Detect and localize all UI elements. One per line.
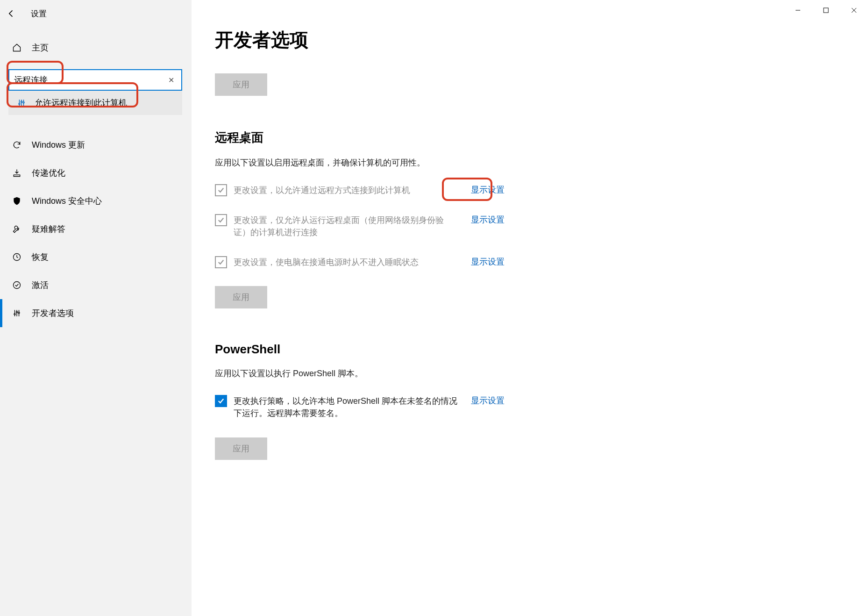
- search-input[interactable]: [8, 69, 182, 91]
- apply-button-powershell[interactable]: 应用: [215, 437, 267, 460]
- back-button[interactable]: [0, 2, 22, 25]
- section-remote-desktop: 远程桌面 应用以下设置以启用远程桌面，并确保计算机的可用性。 更改设置，以允许通…: [215, 129, 845, 308]
- show-settings-link[interactable]: 显示设置: [471, 214, 505, 225]
- section-subtitle: 应用以下设置以启用远程桌面，并确保计算机的可用性。: [215, 157, 845, 168]
- section-subtitle: 应用以下设置以执行 PowerShell 脚本。: [215, 368, 845, 379]
- setting-label: 更改执行策略，以允许本地 PowerShell 脚本在未签名的情况下运行。远程脚…: [234, 395, 459, 419]
- sliders-icon: [17, 99, 26, 107]
- sidebar-item-label: 疑难解答: [32, 223, 65, 235]
- checkbox[interactable]: [215, 395, 227, 407]
- sidebar-item-windows-update[interactable]: Windows 更新: [0, 131, 192, 159]
- setting-row: 更改设置，仅允许从运行远程桌面（使用网络级别身份验证）的计算机进行连接 显示设置: [215, 214, 505, 238]
- sidebar-item-security[interactable]: Windows 安全中心: [0, 187, 192, 215]
- main-content: 开发者选项 应用 远程桌面 应用以下设置以启用远程桌面，并确保计算机的可用性。 …: [192, 0, 868, 616]
- show-settings-link[interactable]: 显示设置: [471, 184, 505, 195]
- checkbox[interactable]: [215, 214, 227, 226]
- setting-row: 更改设置，使电脑在接通电源时从不进入睡眠状态 显示设置: [215, 256, 505, 268]
- section-powershell: PowerShell 应用以下设置以执行 PowerShell 脚本。 更改执行…: [215, 342, 845, 459]
- sidebar-item-label: 激活: [32, 279, 49, 291]
- app-title: 设置: [22, 8, 47, 19]
- setting-row: 更改执行策略，以允许本地 PowerShell 脚本在未签名的情况下运行。远程脚…: [215, 395, 505, 419]
- history-icon: [12, 252, 21, 262]
- sidebar: 设置 主页 ✕ 允许远程连接到此计算机: [0, 0, 192, 616]
- sync-icon: [12, 140, 21, 150]
- checkbox[interactable]: [215, 184, 227, 196]
- show-settings-link[interactable]: 显示设置: [471, 395, 505, 406]
- wrench-icon: [12, 224, 21, 234]
- apply-button-top[interactable]: 应用: [215, 73, 267, 96]
- sidebar-item-activation[interactable]: 激活: [0, 271, 192, 299]
- section-heading: 远程桌面: [215, 129, 845, 146]
- sidebar-item-delivery[interactable]: 传递优化: [0, 159, 192, 187]
- sidebar-item-label: 开发者选项: [32, 308, 74, 319]
- sidebar-home[interactable]: 主页: [0, 36, 192, 60]
- checkbox[interactable]: [215, 256, 227, 268]
- search-suggestion-label: 允许远程连接到此计算机: [35, 97, 127, 108]
- shield-icon: [12, 196, 21, 206]
- svg-point-0: [19, 103, 20, 105]
- window-maximize-button[interactable]: [812, 0, 840, 21]
- show-settings-link[interactable]: 显示设置: [471, 256, 505, 267]
- sidebar-item-label: Windows 安全中心: [32, 195, 102, 207]
- check-icon: [12, 280, 21, 290]
- search-suggestion[interactable]: 允许远程连接到此计算机: [8, 91, 182, 115]
- sidebar-item-label: 传递优化: [32, 167, 65, 179]
- delivery-icon: [12, 168, 21, 178]
- sidebar-item-label: 恢复: [32, 251, 49, 263]
- setting-label: 更改设置，仅允许从运行远程桌面（使用网络级别身份验证）的计算机进行连接: [234, 214, 459, 238]
- setting-label: 更改设置，以允许通过远程方式连接到此计算机: [234, 184, 459, 196]
- home-icon: [12, 43, 21, 52]
- apply-button-remote[interactable]: 应用: [215, 286, 267, 308]
- sidebar-item-troubleshoot[interactable]: 疑难解答: [0, 215, 192, 243]
- sidebar-nav: Windows 更新 传递优化 Windows 安全中心 疑难解答: [0, 131, 192, 327]
- svg-point-5: [14, 314, 15, 315]
- svg-point-7: [18, 312, 20, 314]
- home-label: 主页: [32, 42, 49, 53]
- window-minimize-button[interactable]: [784, 0, 812, 21]
- setting-label: 更改设置，使电脑在接通电源时从不进入睡眠状态: [234, 256, 459, 268]
- window-close-button[interactable]: [840, 0, 868, 21]
- svg-point-4: [14, 282, 21, 289]
- sidebar-item-label: Windows 更新: [32, 139, 85, 150]
- svg-point-1: [21, 101, 22, 102]
- setting-row: 更改设置，以允许通过远程方式连接到此计算机 显示设置: [215, 184, 505, 196]
- svg-rect-8: [824, 8, 828, 13]
- sidebar-item-developer[interactable]: 开发者选项: [0, 299, 192, 327]
- section-heading: PowerShell: [215, 342, 845, 357]
- sliders-icon: [12, 309, 21, 317]
- svg-point-6: [16, 311, 18, 313]
- svg-point-2: [23, 102, 24, 103]
- sidebar-item-recovery[interactable]: 恢复: [0, 243, 192, 271]
- page-title: 开发者选项: [215, 27, 845, 53]
- search-clear-button[interactable]: ✕: [164, 69, 178, 91]
